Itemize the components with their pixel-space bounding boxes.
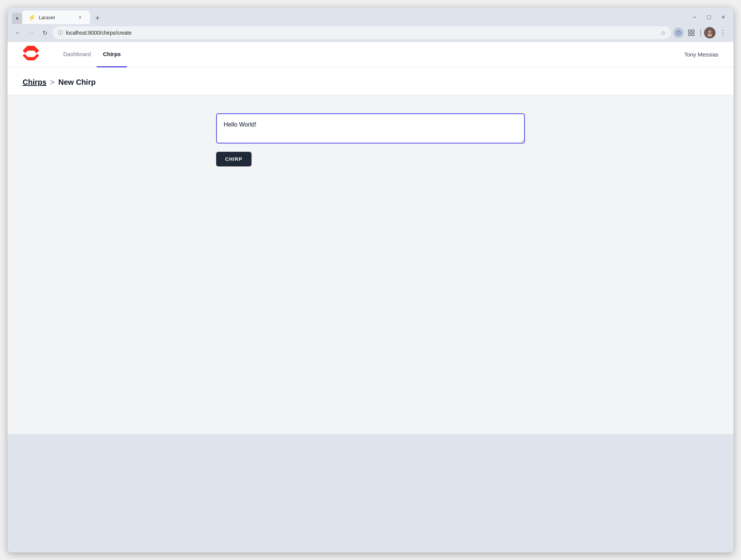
- nav-dashboard[interactable]: Dashboard: [57, 42, 97, 67]
- bookmark-icon: ☆: [660, 29, 666, 37]
- back-button[interactable]: ←: [12, 27, 23, 38]
- svg-rect-4: [689, 34, 691, 36]
- tab-favicon: ⚡: [28, 14, 36, 21]
- profile-avatar-button[interactable]: [704, 27, 715, 38]
- maximize-button[interactable]: □: [703, 12, 715, 23]
- reload-button[interactable]: ↻: [39, 27, 50, 38]
- breadcrumb-separator: >: [50, 78, 55, 87]
- tab-dropdown-btn[interactable]: ▼: [12, 13, 22, 24]
- chirp-form: Hello World! CHIRP: [216, 113, 525, 166]
- app-logo[interactable]: [23, 46, 39, 64]
- url-text: localhost:8000/chirps/create: [66, 30, 657, 36]
- nav-chirps[interactable]: Chirps: [97, 42, 127, 67]
- chirp-textarea[interactable]: Hello World!: [216, 113, 525, 143]
- main-content: Hello World! CHIRP: [8, 95, 733, 434]
- breadcrumb-parent-link[interactable]: Chirps: [23, 78, 46, 87]
- svg-rect-3: [692, 30, 694, 32]
- svg-rect-5: [692, 34, 694, 36]
- tab-close-button[interactable]: ×: [76, 14, 84, 21]
- extensions-button[interactable]: [685, 27, 697, 39]
- nav-right: Tony Messias: [684, 51, 718, 58]
- close-window-button[interactable]: ×: [718, 12, 729, 23]
- separator: [700, 29, 701, 37]
- forward-button[interactable]: →: [26, 27, 37, 38]
- breadcrumb-area: Chirps > New Chirp: [8, 67, 733, 95]
- svg-point-7: [709, 31, 711, 33]
- breadcrumb: Chirps > New Chirp: [23, 78, 718, 87]
- active-tab[interactable]: ⚡ Laravel ×: [22, 11, 90, 24]
- minimize-button[interactable]: −: [689, 12, 700, 23]
- new-tab-button[interactable]: +: [91, 12, 104, 24]
- chirp-submit-button[interactable]: CHIRP: [216, 152, 252, 166]
- breadcrumb-current: New Chirp: [58, 78, 96, 87]
- svg-rect-2: [689, 30, 691, 32]
- tab-title: Laravel: [39, 15, 73, 20]
- browser-menu-button[interactable]: ⋮: [717, 27, 729, 39]
- profile-icon: [704, 27, 715, 38]
- app-navigation: Dashboard Chirps Tony Messias: [8, 42, 733, 67]
- user-name[interactable]: Tony Messias: [684, 51, 718, 58]
- extension-icon-1[interactable]: S: [673, 27, 684, 38]
- nav-links: Dashboard Chirps: [57, 42, 684, 67]
- svg-text:S: S: [677, 31, 680, 35]
- security-icon: ⓘ: [58, 29, 63, 36]
- address-bar[interactable]: ⓘ localhost:8000/chirps/create ☆: [53, 26, 671, 39]
